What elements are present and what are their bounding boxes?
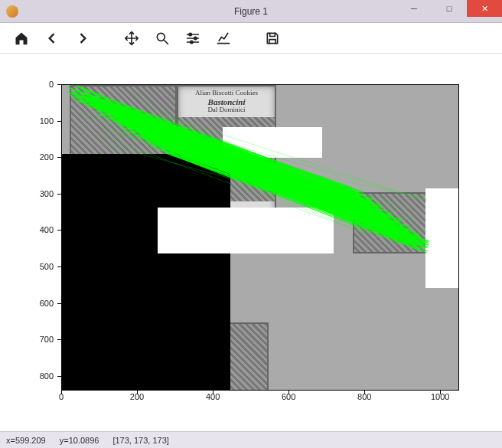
status-pixel: [173, 173, 173] — [112, 436, 168, 445]
black-region — [62, 154, 230, 391]
svg-point-0 — [157, 33, 165, 41]
app-icon — [6, 5, 18, 18]
sliders-icon — [185, 31, 200, 46]
white-region-2 — [158, 208, 334, 253]
figure-canvas[interactable]: Alian Biscotti Cookies Bastoncini Dal Do… — [0, 54, 502, 431]
plot-area: Alian Biscotti Cookies Bastoncini Dal Do… — [61, 84, 459, 391]
y-tick-label: 600 — [40, 299, 54, 308]
axes: Alian Biscotti Cookies Bastoncini Dal Do… — [61, 84, 459, 391]
status-y: y=10.0896 — [60, 436, 99, 445]
back-button[interactable] — [38, 26, 66, 51]
package-label: Alian Biscotti Cookies Bastoncini Dal Do… — [178, 87, 275, 117]
y-tick-label: 700 — [40, 335, 54, 344]
white-region-3 — [425, 188, 459, 288]
status-bar: x=599.209 y=10.0896 [173, 173, 173] — [0, 431, 502, 448]
move-icon — [124, 31, 139, 46]
arrow-left-icon — [44, 31, 60, 46]
save-icon — [265, 31, 280, 46]
home-icon — [14, 31, 29, 46]
arrow-right-icon — [75, 31, 90, 46]
window-title: Figure 1 — [234, 6, 268, 17]
y-tick-label: 800 — [40, 371, 54, 381]
minimize-button[interactable]: ─ — [396, 0, 432, 17]
pan-button[interactable] — [118, 26, 145, 51]
svg-point-1 — [189, 33, 191, 35]
window-buttons: ─ □ ✕ — [396, 0, 502, 17]
svg-point-2 — [194, 37, 197, 39]
titlebar: Figure 1 ─ □ ✕ — [0, 0, 502, 23]
subplots-button[interactable] — [179, 26, 207, 51]
x-ticks: 02004006008001000 — [61, 392, 459, 406]
edit-button[interactable] — [210, 26, 237, 51]
y-tick-label: 200 — [40, 152, 54, 162]
y-tick-label: 500 — [40, 262, 54, 271]
toolbar — [0, 23, 502, 54]
maximize-button[interactable]: □ — [432, 0, 467, 17]
forward-button[interactable] — [69, 26, 96, 51]
close-button[interactable]: ✕ — [467, 0, 502, 17]
y-tick-label: 100 — [40, 116, 54, 126]
y-ticks: 0100200300400500600700800 — [31, 84, 58, 391]
image-region-right — [353, 192, 437, 253]
chart-icon — [216, 31, 231, 46]
svg-point-3 — [191, 41, 193, 43]
status-x: x=599.209 — [6, 436, 46, 445]
y-tick-label: 300 — [40, 189, 54, 198]
y-tick-label: 0 — [49, 80, 54, 89]
save-button[interactable] — [259, 26, 286, 51]
zoom-button[interactable] — [148, 26, 176, 51]
image-region-topleft — [70, 85, 177, 158]
home-button[interactable] — [8, 26, 35, 51]
y-tick-label: 400 — [40, 225, 54, 234]
zoom-icon — [155, 31, 170, 46]
white-region-1 — [223, 127, 322, 158]
